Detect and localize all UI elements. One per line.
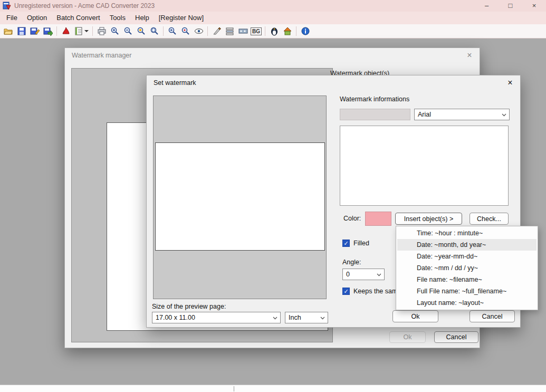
cancel-button[interactable]: Cancel (470, 310, 515, 322)
menu-help[interactable]: Help (130, 12, 154, 24)
menu-item-date-month-dd-year[interactable]: Date: ~month, dd year~ (397, 239, 537, 251)
menu-file[interactable]: File (2, 12, 22, 24)
zoom-in-button[interactable] (108, 25, 121, 37)
open-button[interactable] (2, 25, 15, 37)
unit-select-value: Inch (289, 314, 301, 321)
set-watermark-titlebar[interactable]: Set watermark (147, 75, 520, 90)
menu-batch-convert[interactable]: Batch Convert (52, 12, 104, 24)
insert-objects-menu: Time: ~hour : mintute~ Date: ~month, dd … (396, 226, 538, 310)
export-button[interactable] (41, 25, 54, 37)
info-icon (301, 26, 310, 36)
angle-select-value: 0 (346, 271, 350, 278)
check-button[interactable]: Check... (470, 213, 509, 225)
penguin-button[interactable] (267, 25, 281, 37)
menu-item-date-year-mm-dd[interactable]: Date: ~year-mm-dd~ (397, 251, 537, 262)
menu-item-date-mm-dd-yy[interactable]: Date: ~mm / dd / yy~ (397, 262, 537, 274)
angle-select[interactable]: 0 (342, 269, 385, 280)
chevron-down-icon (377, 273, 381, 276)
menu-register-now[interactable]: [Register Now] (154, 12, 208, 24)
menu-item-time[interactable]: Time: ~hour : mintute~ (397, 227, 537, 239)
zoom-window-icon (150, 26, 159, 36)
penguin-icon (270, 26, 279, 36)
save-icon (17, 26, 26, 36)
font-select-value: Arial (418, 111, 431, 118)
layers-icon (225, 26, 235, 36)
background-icon: BG (251, 27, 262, 35)
save-as-icon (30, 26, 40, 36)
watermark-manager-close-icon[interactable]: × (462, 49, 477, 62)
maximize-button[interactable]: □ (499, 0, 522, 12)
color-swatch[interactable] (365, 212, 391, 226)
zoom-query-icon (181, 26, 190, 36)
zoom-out-icon (123, 26, 133, 36)
home-button[interactable] (281, 25, 294, 37)
zoom-extents-icon (137, 26, 146, 36)
drawing-canvas: Watermark manager × Watermark object(s) … (0, 39, 546, 385)
layers-button[interactable] (223, 25, 236, 37)
font-select[interactable]: Arial (414, 109, 510, 120)
menu-bar: File Option Batch Convert Tools Help [Re… (0, 12, 546, 24)
film-button[interactable] (236, 25, 250, 37)
film-icon (238, 26, 248, 36)
angle-label: Angle: (342, 259, 361, 266)
menu-item-file-name[interactable]: File name: ~filename~ (397, 274, 537, 285)
manager-ok-button[interactable]: Ok (389, 331, 426, 343)
print-button[interactable] (95, 25, 108, 37)
zoom-window-button[interactable] (148, 25, 161, 37)
close-button[interactable]: × (522, 0, 546, 12)
cleanup-button[interactable] (210, 25, 223, 37)
manager-cancel-button[interactable]: Cancel (434, 331, 478, 343)
chevron-down-icon (320, 317, 325, 320)
unit-select[interactable]: Inch (285, 312, 328, 323)
convert-dropdown-button[interactable] (72, 25, 90, 37)
insert-objects-button[interactable]: Insert object(s) > (395, 213, 462, 225)
filled-label: Filled (353, 240, 369, 247)
zoom-query-button[interactable] (179, 25, 192, 37)
toolbar-separator (56, 26, 57, 36)
status-bar (0, 385, 546, 392)
menu-item-layout-name[interactable]: Layout name: ~layout~ (397, 297, 537, 309)
titlebar: Unregistered version - Acme CAD Converte… (0, 0, 546, 12)
batch-convert-button[interactable] (59, 25, 72, 37)
zoom-previous-button[interactable] (166, 25, 179, 37)
view-button[interactable] (192, 25, 205, 37)
save-as-button[interactable] (28, 25, 41, 37)
set-watermark-close-icon[interactable]: × (502, 77, 518, 89)
menu-tools[interactable]: Tools (105, 12, 130, 24)
save-button[interactable] (15, 25, 28, 37)
set-watermark-title: Set watermark (154, 79, 196, 87)
info-button[interactable] (299, 25, 312, 37)
watermark-text-input[interactable] (340, 109, 410, 120)
chevron-down-icon (502, 113, 506, 117)
watermark-informations-label: Watermark informations (340, 95, 409, 103)
watermark-preview-page (155, 142, 325, 251)
menu-item-full-file-name[interactable]: Full File name: ~full_filename~ (397, 285, 537, 297)
minimize-button[interactable]: – (475, 0, 499, 12)
keeps-same-checkbox[interactable]: ✓ Keeps the same (342, 288, 401, 295)
page-size-select[interactable]: 17.00 x 11.00 (152, 312, 281, 323)
zoom-in-icon (110, 26, 120, 36)
watermark-preview-area (153, 95, 327, 299)
watermark-manager-titlebar[interactable]: Watermark manager (65, 48, 480, 63)
statusbar-divider (234, 386, 234, 391)
checkbox-check-icon: ✓ (342, 240, 350, 247)
home-icon (283, 26, 292, 36)
size-of-preview-label: Size of the preview page: (152, 303, 226, 310)
menu-option[interactable]: Option (22, 12, 52, 24)
background-button[interactable]: BG (250, 25, 263, 37)
toolbar-separator (265, 26, 265, 36)
toolbar-separator (92, 26, 93, 36)
window-title: Unregistered version - Acme CAD Converte… (14, 2, 155, 9)
print-icon (97, 26, 107, 36)
toolbar-separator (207, 26, 208, 36)
window-controls: – □ × (475, 0, 546, 12)
ok-button[interactable]: Ok (392, 310, 438, 322)
zoom-out-button[interactable] (121, 25, 135, 37)
watermark-content-textarea[interactable] (340, 126, 509, 206)
batch-convert-icon (61, 26, 71, 36)
filled-checkbox[interactable]: ✓ Filled (342, 240, 369, 247)
chevron-down-icon (273, 317, 277, 320)
open-folder-icon (4, 26, 13, 36)
zoom-previous-icon (168, 26, 177, 36)
zoom-extents-button[interactable] (135, 25, 148, 37)
